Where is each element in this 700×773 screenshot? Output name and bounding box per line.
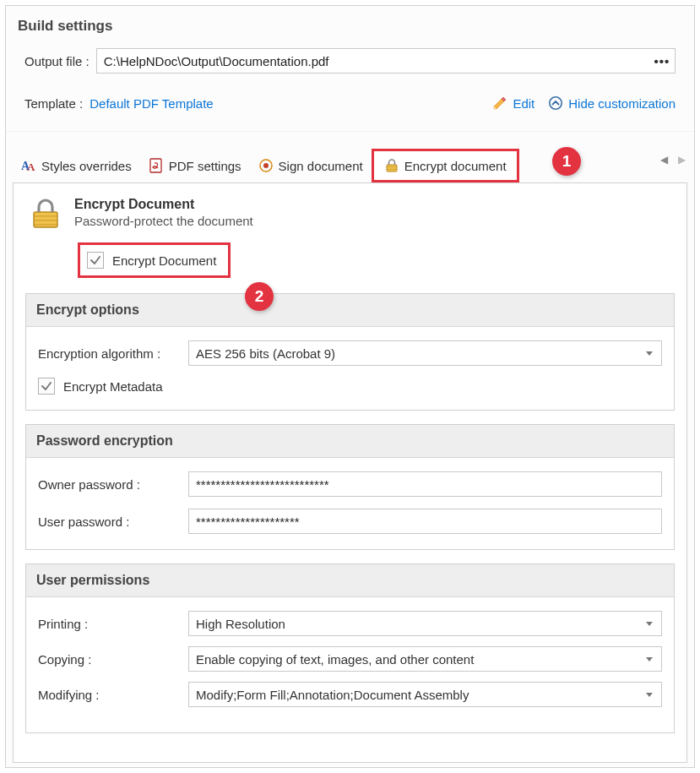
encryption-alg-value: AES 256 bits (Acrobat 9): [196, 346, 335, 361]
encryption-alg-label: Encryption algorithm :: [38, 346, 188, 361]
user-password-label: User password :: [38, 514, 188, 529]
printing-value: High Resolution: [196, 617, 285, 631]
encrypt-subtitle: Password-protect the document: [74, 214, 253, 228]
printing-select[interactable]: High Resolution: [188, 611, 662, 636]
output-file-input[interactable]: [104, 54, 653, 68]
encrypt-document-checkbox-wrap: Encrypt Document: [78, 242, 231, 278]
template-row: Template : Default PDF Template Edit Hid…: [6, 79, 694, 121]
pencil-icon: [492, 95, 507, 111]
svg-rect-8: [387, 166, 397, 167]
svg-rect-12: [34, 220, 57, 221]
encrypt-options-title: Encrypt options: [26, 294, 674, 327]
lock-icon: [384, 158, 399, 173]
owner-password-label: Owner password :: [38, 477, 188, 492]
modifying-select[interactable]: Modify;Form Fill;Annotation;Document Ass…: [188, 682, 662, 707]
copying-label: Copying :: [38, 652, 188, 667]
user-password-input[interactable]: [196, 514, 654, 529]
password-encryption-group: Password encryption Owner password : Use…: [25, 424, 675, 550]
build-settings-panel: Build settings Output file : ••• Templat…: [5, 5, 695, 768]
svg-rect-13: [34, 224, 57, 226]
tab-scroll-arrows: ◀ ▶: [660, 154, 686, 166]
tab-label: Encrypt document: [404, 159, 507, 173]
tab-scroll-right[interactable]: ▶: [678, 154, 686, 166]
output-file-browse-button[interactable]: •••: [653, 54, 671, 68]
modifying-value: Modify;Form Fill;Annotation;Document Ass…: [196, 688, 469, 702]
tab-label: PDF settings: [169, 159, 241, 173]
hide-label: Hide customization: [568, 96, 676, 111]
encryption-alg-select[interactable]: AES 256 bits (Acrobat 9): [188, 340, 662, 366]
output-file-field: •••: [96, 48, 676, 73]
annotation-badge-1: 1: [552, 147, 581, 176]
edit-template-button[interactable]: Edit: [492, 95, 534, 111]
pdf-icon: [149, 158, 164, 173]
template-label: Template :: [24, 96, 83, 111]
printing-label: Printing :: [38, 617, 188, 631]
svg-point-6: [263, 163, 269, 168]
encrypt-document-checkbox[interactable]: [87, 252, 104, 269]
password-group-title: Password encryption: [26, 425, 674, 458]
tab-pdf-settings[interactable]: PDF settings: [140, 153, 250, 178]
output-file-label: Output file :: [24, 54, 90, 68]
owner-password-input[interactable]: [196, 477, 654, 492]
output-file-row: Output file : •••: [6, 43, 694, 79]
tabs-bar: AA Styles overrides PDF settings Sign do…: [6, 149, 694, 182]
modifying-label: Modifying :: [38, 688, 188, 702]
lock-large-icon: [29, 197, 62, 231]
encrypt-options-group: Encrypt options Encryption algorithm : A…: [25, 293, 675, 411]
tab-scroll-left[interactable]: ◀: [660, 154, 668, 166]
encrypt-panel: Encrypt Document Password-protect the do…: [13, 183, 687, 763]
tab-label: Styles overrides: [41, 159, 132, 173]
svg-rect-9: [387, 169, 397, 170]
encrypt-header: Encrypt Document Password-protect the do…: [22, 195, 678, 237]
tab-encrypt-document[interactable]: Encrypt document: [372, 149, 519, 182]
svg-text:A: A: [27, 161, 35, 173]
tab-label: Sign document: [279, 159, 363, 173]
user-permissions-group: User permissions Printing : High Resolut…: [25, 563, 675, 733]
svg-rect-11: [34, 215, 57, 217]
page-title: Build settings: [6, 6, 694, 43]
svg-point-0: [550, 97, 562, 109]
encrypt-metadata-checkbox[interactable]: [38, 378, 55, 395]
encrypt-metadata-label: Encrypt Metadata: [63, 379, 163, 394]
tab-sign-document[interactable]: Sign document: [250, 153, 372, 178]
encrypt-title: Encrypt Document: [74, 197, 253, 212]
template-link[interactable]: Default PDF Template: [90, 96, 213, 111]
tab-styles-overrides[interactable]: AA Styles overrides: [13, 153, 140, 178]
encrypt-checkbox-label: Encrypt Document: [112, 253, 216, 268]
sign-icon: [258, 158, 274, 173]
annotation-badge-2: 2: [245, 282, 274, 311]
svg-rect-7: [387, 165, 397, 171]
divider: [6, 131, 694, 132]
copying-select[interactable]: Enable copying of text, images, and othe…: [188, 646, 662, 672]
styles-icon: AA: [21, 158, 36, 173]
svg-rect-3: [150, 159, 161, 172]
user-permissions-title: User permissions: [26, 564, 674, 597]
copying-value: Enable copying of text, images, and othe…: [196, 652, 474, 667]
edit-label: Edit: [513, 96, 534, 111]
hide-customization-button[interactable]: Hide customization: [548, 95, 676, 111]
hide-icon: [548, 95, 563, 111]
